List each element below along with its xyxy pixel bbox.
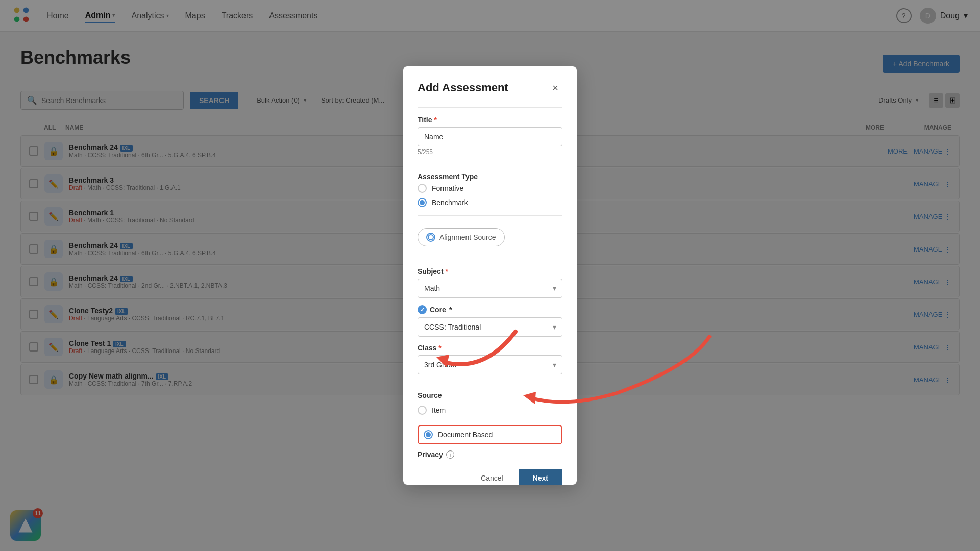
- divider: [418, 383, 562, 383]
- radio-formative-circle: [418, 184, 427, 193]
- modal-header: Add Assessment ×: [418, 81, 562, 95]
- class-label: Class *: [418, 344, 562, 352]
- required-marker: *: [434, 116, 437, 124]
- title-hint: 5/255: [418, 148, 562, 156]
- next-button[interactable]: Next: [519, 469, 562, 485]
- required-marker: *: [449, 306, 452, 314]
- core-select-wrapper: CCSS: Traditional: [418, 317, 562, 337]
- assessment-type-radio-group: Formative Benchmark: [418, 184, 562, 207]
- divider: [418, 259, 562, 259]
- cancel-button[interactable]: Cancel: [472, 469, 512, 485]
- divider: [418, 107, 562, 108]
- title-input[interactable]: [418, 127, 562, 146]
- radio-formative[interactable]: Formative: [418, 184, 562, 193]
- privacy-label: Privacy i: [418, 450, 562, 459]
- class-field: Class * 3rd Grade: [418, 344, 562, 374]
- radio-document-based-circle: [424, 430, 433, 439]
- source-field: Source Item Document Based: [418, 391, 562, 444]
- alignment-source-section: Alignment Source: [418, 224, 562, 251]
- modal-title: Add Assessment: [418, 81, 508, 94]
- add-assessment-modal: Add Assessment × Title * 5/255 Assessmen…: [403, 66, 577, 485]
- alignment-source-button[interactable]: Alignment Source: [418, 228, 505, 246]
- modal-footer: Cancel Next: [418, 469, 562, 485]
- source-radio-group: Item Document Based: [418, 403, 562, 444]
- radio-document-based[interactable]: Document Based: [418, 425, 562, 444]
- privacy-info-icon[interactable]: i: [446, 450, 454, 459]
- class-select-wrapper: 3rd Grade: [418, 355, 562, 374]
- source-label: Source: [418, 391, 562, 399]
- alignment-icon: [426, 233, 435, 242]
- core-field: Core * CCSS: Traditional: [418, 305, 562, 337]
- title-label: Title *: [418, 116, 562, 124]
- title-field: Title * 5/255: [418, 116, 562, 156]
- class-select[interactable]: 3rd Grade: [418, 355, 562, 374]
- subject-select[interactable]: Math: [418, 279, 562, 298]
- radio-item-source[interactable]: Item: [418, 403, 562, 418]
- modal-overlay: Add Assessment × Title * 5/255 Assessmen…: [0, 0, 980, 551]
- radio-benchmark-circle: [418, 198, 427, 207]
- modal-close-button[interactable]: ×: [548, 81, 562, 95]
- subject-select-wrapper: Math: [418, 279, 562, 298]
- subject-label: Subject *: [418, 267, 562, 276]
- required-marker: *: [438, 344, 441, 352]
- radio-item-circle: [418, 406, 427, 415]
- assessment-type-field: Assessment Type Formative Benchmark: [418, 172, 562, 207]
- subject-field: Subject * Math: [418, 267, 562, 298]
- core-label: Core *: [418, 305, 562, 314]
- core-select[interactable]: CCSS: Traditional: [418, 317, 562, 337]
- divider: [418, 164, 562, 164]
- required-marker: *: [446, 267, 448, 276]
- divider: [418, 215, 562, 216]
- core-check-icon: [418, 305, 427, 314]
- assessment-type-label: Assessment Type: [418, 172, 562, 181]
- privacy-field: Privacy i: [418, 450, 562, 459]
- radio-benchmark[interactable]: Benchmark: [418, 198, 562, 207]
